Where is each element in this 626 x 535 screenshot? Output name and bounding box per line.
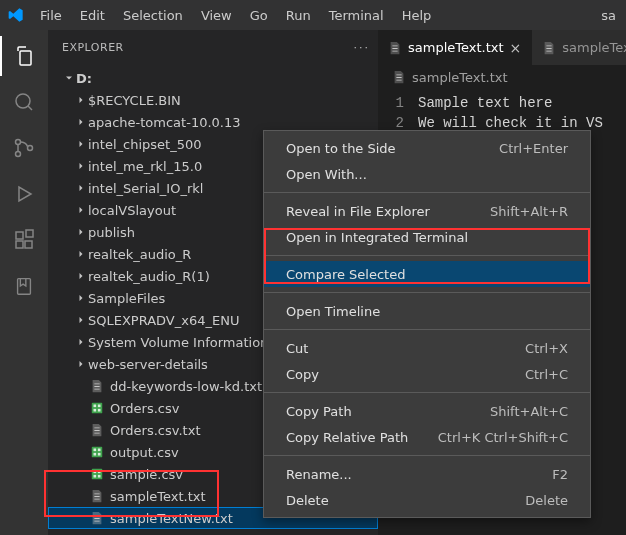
svg-rect-11 [98,405,101,408]
tree-item-label: sample.csv [110,467,183,482]
menu-terminal[interactable]: Terminal [321,4,392,27]
ctx-label: Open to the Side [286,141,396,156]
close-icon[interactable]: × [510,40,522,56]
tree-item-label: sampleText.txt [110,489,206,504]
svg-rect-23 [98,475,101,478]
activity-bar [0,30,48,535]
ctx-item[interactable]: Compare Selected [264,261,590,287]
svg-rect-15 [94,449,97,452]
svg-rect-21 [98,471,101,474]
ctx-item[interactable]: Open With... [264,161,590,187]
svg-rect-19 [92,469,103,480]
chevron-right-icon [74,204,88,216]
ctx-item[interactable]: CopyCtrl+C [264,361,590,387]
chevron-right-icon [74,270,88,282]
file-icon [88,489,106,503]
source-control-icon[interactable] [0,128,48,168]
ctx-hint: Ctrl+Enter [499,141,568,156]
ctx-label: Cut [286,341,308,356]
svg-rect-13 [98,409,101,412]
bookmark-icon[interactable] [0,266,48,306]
tree-item-label: apache-tomcat-10.0.13 [88,115,241,130]
tree-item-label: System Volume Information [88,335,268,350]
tab-sampletext[interactable]: sampleText.txt × [378,30,532,65]
extensions-icon[interactable] [0,220,48,260]
file-icon [392,70,406,84]
separator [264,392,590,393]
ctx-item[interactable]: Open to the SideCtrl+Enter [264,135,590,161]
tree-item-label: realtek_audio_R [88,247,191,262]
ctx-hint: Delete [525,493,568,508]
chevron-right-icon [74,226,88,238]
svg-rect-20 [94,471,97,474]
table-icon [88,467,106,481]
svg-point-2 [16,152,21,157]
chevron-right-icon [74,314,88,326]
menu-edit[interactable]: Edit [72,4,113,27]
ctx-item[interactable]: Reveal in File ExplorerShift+Alt+R [264,198,590,224]
table-icon [88,401,106,415]
title-fragment: sa [601,8,620,23]
ctx-label: Copy Path [286,404,352,419]
ctx-item[interactable]: Copy Relative PathCtrl+K Ctrl+Shift+C [264,424,590,450]
tab-sampletext2[interactable]: sampleText [532,30,626,65]
svg-rect-10 [94,405,97,408]
search-icon[interactable] [0,82,48,122]
ctx-label: Compare Selected [286,267,405,282]
tree-item[interactable]: $RECYCLE.BIN [48,89,378,111]
ctx-label: Open Timeline [286,304,380,319]
tree-item-label: publish [88,225,135,240]
svg-rect-8 [18,279,31,295]
ctx-item[interactable]: DeleteDelete [264,487,590,513]
more-icon[interactable]: ··· [354,41,371,54]
line-number: 1 [378,93,418,113]
menu-view[interactable]: View [193,4,240,27]
separator [264,255,590,256]
separator [264,192,590,193]
tree-item-label: Orders.csv.txt [110,423,200,438]
ctx-label: Rename... [286,467,352,482]
tree-root[interactable]: D: [48,67,378,89]
menubar: File Edit Selection View Go Run Terminal… [0,0,626,30]
ctx-hint: F2 [552,467,568,482]
ctx-item[interactable]: CutCtrl+X [264,335,590,361]
svg-rect-6 [26,230,33,237]
chevron-right-icon [74,94,88,106]
ctx-item[interactable]: Copy PathShift+Alt+C [264,398,590,424]
tree-item-label: intel_me_rkl_15.0 [88,159,202,174]
ctx-hint: Ctrl+X [525,341,568,356]
explorer-title: EXPLORER [62,41,124,54]
ctx-item[interactable]: Open Timeline [264,298,590,324]
ctx-item[interactable]: Rename...F2 [264,461,590,487]
menu-file[interactable]: File [32,4,70,27]
tree-item-label: output.csv [110,445,179,460]
tree-item-label: realtek_audio_R(1) [88,269,210,284]
tree-root-label: D: [76,71,92,86]
separator [264,292,590,293]
explorer-icon[interactable] [0,36,48,76]
file-icon [88,423,106,437]
tab-label: sampleText [562,40,626,55]
menu-help[interactable]: Help [394,4,440,27]
file-icon [88,379,106,393]
editor-tabs: sampleText.txt × sampleText [378,30,626,65]
separator [264,455,590,456]
ctx-label: Copy Relative Path [286,430,408,445]
chevron-right-icon [74,138,88,150]
menu-selection[interactable]: Selection [115,4,191,27]
tree-item-label: intel_Serial_IO_rkl [88,181,203,196]
tree-item-label: sampleTextNew.txt [110,511,233,526]
tree-item-label: localVSlayout [88,203,176,218]
explorer-header: EXPLORER ··· [48,30,378,65]
ctx-item[interactable]: Open in Integrated Terminal [264,224,590,250]
svg-rect-16 [98,449,101,452]
menu-go[interactable]: Go [242,4,276,27]
svg-rect-4 [16,232,23,239]
menu-run[interactable]: Run [278,4,319,27]
svg-point-1 [16,140,21,145]
ctx-hint: Ctrl+K Ctrl+Shift+C [438,430,568,445]
breadcrumb[interactable]: sampleText.txt [378,65,626,89]
run-debug-icon[interactable] [0,174,48,214]
svg-rect-22 [94,475,97,478]
tree-item-label: $RECYCLE.BIN [88,93,181,108]
